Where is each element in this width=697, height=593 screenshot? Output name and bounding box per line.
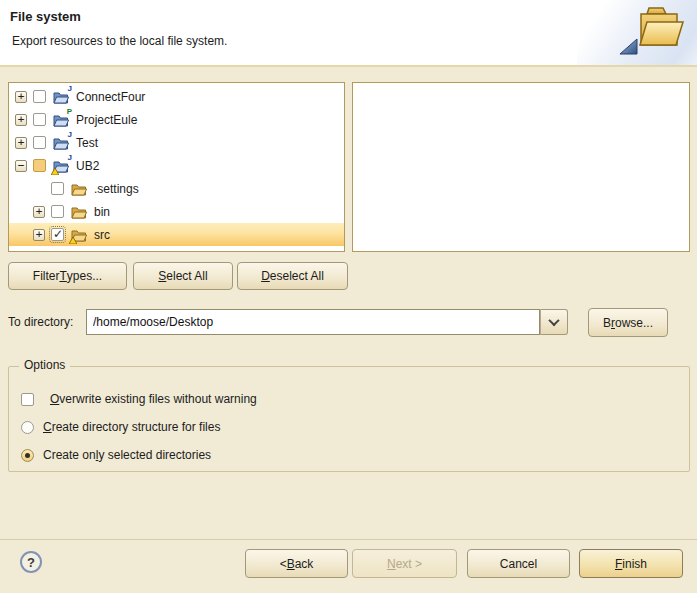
item-checkbox[interactable] bbox=[51, 228, 64, 241]
file-list-panel[interactable] bbox=[352, 82, 690, 252]
wizard-banner: File system Export resources to the loca… bbox=[0, 0, 697, 67]
tree-item-bin[interactable]: + bin bbox=[9, 200, 344, 223]
java-project-folder-warning-icon: J bbox=[53, 158, 71, 174]
item-checkbox[interactable] bbox=[51, 182, 64, 195]
directory-dropdown-button[interactable] bbox=[540, 309, 568, 335]
project-decorator: P bbox=[67, 108, 72, 116]
java-decorator: J bbox=[68, 154, 72, 162]
export-file-system-dialog: File system Export resources to the loca… bbox=[0, 0, 697, 593]
tree-item-connectfour[interactable]: + J ConnectFour bbox=[9, 85, 344, 108]
tree-item-label: ProjectEule bbox=[76, 113, 137, 127]
tree-item-ub2[interactable]: − J UB2 bbox=[9, 154, 344, 177]
page-title: File system bbox=[10, 9, 81, 24]
folder-icon bbox=[71, 204, 89, 220]
overwrite-label: Overwrite existing files without warning bbox=[50, 392, 257, 406]
only-selected-option[interactable]: Create only selected directories bbox=[21, 445, 211, 465]
warning-icon bbox=[51, 168, 59, 175]
tree-item-settings[interactable]: .settings bbox=[9, 177, 344, 200]
directory-structure-label: Create directory structure for files bbox=[43, 420, 220, 434]
only-selected-label: Create only selected directories bbox=[43, 448, 211, 462]
tree-item-label: ConnectFour bbox=[76, 90, 145, 104]
finish-button[interactable]: Finish bbox=[579, 549, 683, 578]
tree-item-test[interactable]: + J Test bbox=[9, 131, 344, 154]
tree-item-label: Test bbox=[76, 136, 98, 150]
item-checkbox[interactable] bbox=[33, 90, 46, 103]
expand-toggle[interactable]: + bbox=[15, 114, 27, 126]
deselect-all-button[interactable]: Deselect All bbox=[237, 262, 348, 290]
project-folder-icon: P bbox=[53, 112, 71, 128]
options-group: Options Overwrite existing files without… bbox=[8, 366, 690, 472]
filter-types-button[interactable]: Filter Types... bbox=[8, 262, 127, 290]
expand-toggle[interactable]: + bbox=[15, 91, 27, 103]
question-mark-icon: ? bbox=[27, 555, 35, 570]
resource-tree: + J ConnectFour + P ProjectEule + bbox=[8, 82, 345, 252]
item-checkbox[interactable] bbox=[51, 205, 64, 218]
tree-item-label: src bbox=[94, 228, 110, 242]
expand-toggle[interactable]: + bbox=[33, 206, 45, 218]
expand-toggle[interactable]: + bbox=[33, 229, 45, 241]
directory-structure-radio[interactable] bbox=[21, 421, 34, 434]
directory-input[interactable] bbox=[86, 309, 540, 335]
options-legend: Options bbox=[19, 358, 70, 372]
footer-separator bbox=[0, 539, 697, 540]
banner-art bbox=[577, 0, 697, 65]
expand-toggle[interactable]: + bbox=[15, 137, 27, 149]
to-directory-label: To directory: bbox=[8, 315, 73, 329]
back-button[interactable]: < Back bbox=[245, 549, 348, 578]
page-description: Export resources to the local file syste… bbox=[12, 34, 227, 48]
chevron-down-icon bbox=[548, 315, 559, 326]
browse-button[interactable]: Browse... bbox=[588, 308, 668, 337]
warning-icon bbox=[69, 237, 77, 244]
tree-item-src[interactable]: + src bbox=[9, 223, 344, 246]
collapse-toggle[interactable]: − bbox=[15, 160, 27, 172]
item-checkbox[interactable] bbox=[33, 136, 46, 149]
folder-icon bbox=[71, 181, 89, 197]
tree-item-label: UB2 bbox=[76, 159, 99, 173]
tree-item-label: .settings bbox=[94, 182, 139, 196]
java-decorator: J bbox=[68, 131, 72, 139]
folder-warning-icon bbox=[71, 227, 89, 243]
item-checkbox[interactable] bbox=[33, 113, 46, 126]
java-decorator: J bbox=[68, 85, 72, 93]
tree-item-label: bin bbox=[94, 205, 110, 219]
export-folder-icon bbox=[633, 5, 685, 51]
tree-item-projecteule[interactable]: + P ProjectEule bbox=[9, 108, 344, 131]
directory-structure-option[interactable]: Create directory structure for files bbox=[21, 417, 220, 437]
item-checkbox[interactable] bbox=[33, 159, 46, 172]
select-all-button[interactable]: Select All bbox=[133, 262, 233, 290]
help-button[interactable]: ? bbox=[20, 551, 42, 573]
java-project-folder-icon: J bbox=[53, 135, 71, 151]
java-project-folder-icon: J bbox=[53, 89, 71, 105]
overwrite-checkbox[interactable] bbox=[21, 393, 34, 406]
cancel-button[interactable]: Cancel bbox=[467, 549, 570, 578]
next-button[interactable]: Next > bbox=[352, 549, 457, 578]
only-selected-radio[interactable] bbox=[21, 449, 34, 462]
overwrite-option[interactable]: Overwrite existing files without warning bbox=[21, 389, 257, 409]
